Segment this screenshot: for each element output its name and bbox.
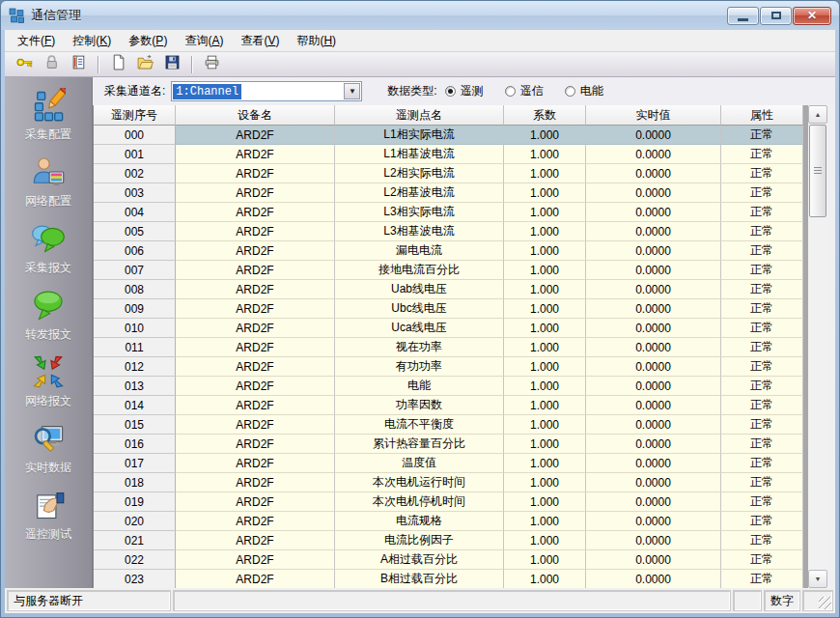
table-row[interactable]: 019ARD2F本次电机停机时间1.0000.0000正常 [94, 492, 835, 512]
table-row[interactable]: 014ARD2F功率因数1.0000.0000正常 [94, 396, 835, 415]
column-header-5[interactable]: 属性 [721, 105, 803, 126]
table-row[interactable]: 022ARD2FA相过载百分比1.0000.0000正常 [94, 550, 835, 570]
cell-no: 013 [94, 377, 176, 396]
table-row[interactable]: 001ARD2FL1相基波电流1.0000.0000正常 [94, 145, 835, 164]
cell-no: 009 [94, 299, 176, 319]
connection-status: 与服务器断开 [7, 590, 171, 611]
cell-value: 0.0000 [586, 415, 721, 435]
table-row[interactable]: 010ARD2FUca线电压1.0000.0000正常 [94, 319, 835, 338]
radio-1[interactable]: 遥信 [505, 83, 544, 99]
sidebar-item-label: 遥控测试 [25, 526, 71, 543]
cell-coef: 1.000 [504, 357, 586, 377]
table-row[interactable]: 000ARD2FL1相实际电流1.0000.0000正常 [94, 126, 835, 145]
chevron-down-icon[interactable]: ▼ [344, 83, 360, 99]
open-folder-button[interactable] [133, 54, 156, 75]
column-header-2[interactable]: 遥测点名 [335, 105, 504, 126]
table-row[interactable]: 013ARD2F电能1.0000.0000正常 [94, 377, 835, 396]
cell-status: 正常 [721, 222, 803, 241]
resize-grip[interactable] [802, 590, 833, 611]
sidebar-item-3[interactable]: 转发报文 [10, 287, 87, 353]
sidebar-item-5[interactable]: 实时数据 [10, 420, 87, 487]
close-button[interactable]: ✕ [793, 7, 831, 25]
cell-no: 016 [94, 435, 176, 454]
cell-value: 0.0000 [586, 261, 721, 280]
cell-coef: 1.000 [504, 203, 586, 222]
cell-no: 004 [94, 203, 176, 222]
menu-item-2[interactable]: 参数(P) [120, 30, 176, 52]
table-row[interactable]: 009ARD2FUbc线电压1.0000.0000正常 [94, 299, 835, 319]
radio-button-icon[interactable] [565, 86, 575, 97]
menu-item-4[interactable]: 查看(V) [232, 30, 288, 52]
cell-device: ARD2F [176, 126, 335, 145]
table-row[interactable]: 006ARD2F漏电电流1.0000.0000正常 [94, 241, 835, 261]
table-row[interactable]: 020ARD2F电流规格1.0000.0000正常 [94, 512, 835, 531]
printer-button[interactable] [200, 54, 223, 75]
cell-device: ARD2F [176, 454, 335, 473]
key-button[interactable] [13, 54, 36, 75]
lock-button[interactable] [40, 54, 63, 75]
maximize-button[interactable] [760, 7, 792, 25]
forward-message-icon [30, 287, 67, 323]
control-bar: 采集通道名: 1:Channel ▼ 数据类型: 遥测遥信电能 [93, 77, 835, 105]
table-row[interactable]: 023ARD2FB相过载百分比1.0000.0000正常 [94, 570, 835, 588]
sidebar-item-2[interactable]: 采集报文 [10, 220, 87, 287]
sidebar-item-1[interactable]: 网络配置 [10, 154, 87, 220]
table-row[interactable]: 011ARD2F视在功率1.0000.0000正常 [94, 338, 835, 357]
notebook-button[interactable] [67, 54, 90, 75]
save-button[interactable] [160, 54, 183, 75]
table-row[interactable]: 012ARD2F有功功率1.0000.0000正常 [94, 357, 835, 377]
table-row[interactable]: 003ARD2FL2相基波电流1.0000.0000正常 [94, 183, 835, 203]
column-header-1[interactable]: 设备名 [176, 105, 335, 126]
cell-no: 003 [94, 183, 176, 203]
cell-status: 正常 [721, 261, 803, 280]
table-row[interactable]: 021ARD2F电流比例因子1.0000.0000正常 [94, 531, 835, 550]
table-row[interactable]: 007ARD2F接地电流百分比1.0000.0000正常 [94, 261, 835, 280]
new-doc-button[interactable] [106, 54, 129, 75]
radio-button-icon[interactable] [505, 86, 516, 97]
scroll-down-icon[interactable]: ▼ [808, 570, 827, 588]
cell-coef: 1.000 [504, 570, 586, 588]
sidebar-item-6[interactable]: 遥控测试 [10, 487, 87, 553]
menu-item-1[interactable]: 控制(K) [64, 30, 120, 52]
cell-status: 正常 [721, 512, 803, 531]
radio-2[interactable]: 电能 [565, 83, 603, 99]
sidebar-item-4[interactable]: 网络报文 [10, 353, 87, 420]
cell-no: 018 [94, 473, 176, 492]
minimize-icon [738, 18, 748, 21]
column-header-3[interactable]: 系数 [504, 105, 586, 126]
table-row[interactable]: 005ARD2FL3相基波电流1.0000.0000正常 [94, 222, 835, 241]
table-row[interactable]: 018ARD2F本次电机运行时间1.0000.0000正常 [94, 473, 835, 492]
cell-no: 005 [94, 222, 176, 241]
cell-value: 0.0000 [586, 183, 721, 203]
table-row[interactable]: 015ARD2F电流不平衡度1.0000.0000正常 [94, 415, 835, 435]
table-row[interactable]: 017ARD2F温度值1.0000.0000正常 [94, 454, 835, 473]
cell-device: ARD2F [176, 145, 335, 164]
cell-value: 0.0000 [586, 222, 721, 241]
cell-point: B相过载百分比 [335, 570, 504, 588]
scrollbar-thumb[interactable] [809, 125, 826, 217]
menu-item-3[interactable]: 查询(A) [176, 30, 232, 52]
minimize-button[interactable] [727, 7, 759, 25]
cell-value: 0.0000 [586, 570, 721, 588]
sidebar-item-0[interactable]: 采集配置 [10, 87, 87, 154]
radio-button-icon[interactable] [445, 86, 456, 97]
table-row[interactable]: 004ARD2FL3相实际电流1.0000.0000正常 [94, 203, 835, 222]
vertical-scrollbar[interactable]: ▲ ▼ [808, 105, 827, 588]
channel-combobox[interactable]: 1:Channel ▼ [171, 81, 362, 101]
table-row[interactable]: 002ARD2FL2相实际电流1.0000.0000正常 [94, 164, 835, 183]
cell-point: L2相基波电流 [335, 183, 504, 203]
title-bar[interactable]: 通信管理 ✕ [1, 1, 839, 30]
sidebar-item-label: 采集报文 [25, 260, 71, 276]
menu-item-5[interactable]: 帮助(H) [288, 30, 345, 52]
menu-item-0[interactable]: 文件(F) [9, 30, 64, 52]
scroll-up-icon[interactable]: ▲ [808, 105, 827, 124]
cell-device: ARD2F [176, 299, 335, 319]
column-header-4[interactable]: 实时值 [586, 105, 721, 126]
cell-coef: 1.000 [504, 126, 586, 145]
column-header-0[interactable]: 遥测序号 [94, 105, 176, 126]
cell-point: 功率因数 [335, 396, 504, 415]
datatype-radio-group: 遥测遥信电能 [445, 83, 603, 99]
table-row[interactable]: 008ARD2FUab线电压1.0000.0000正常 [94, 280, 835, 299]
table-row[interactable]: 016ARD2F累计热容量百分比1.0000.0000正常 [94, 435, 835, 454]
radio-0[interactable]: 遥测 [445, 83, 484, 99]
